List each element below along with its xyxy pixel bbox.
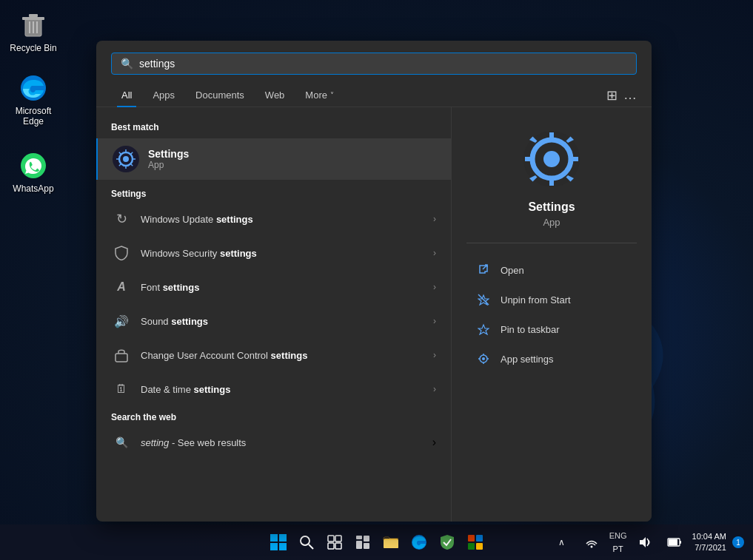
search-input[interactable]: [139, 58, 627, 70]
svg-line-30: [309, 544, 313, 549]
svg-rect-31: [328, 536, 334, 542]
time-display: 10:04 AM: [692, 531, 726, 542]
result-windows-security[interactable]: Windows Security settings ›: [96, 236, 451, 270]
desktop-icon-edge[interactable]: Microsoft Edge: [4, 70, 63, 129]
taskbar-search-button[interactable]: [295, 530, 318, 554]
network-icon[interactable]: [580, 530, 603, 554]
svg-rect-34: [335, 543, 341, 549]
action-pin-taskbar[interactable]: Pin to taskbar: [466, 314, 637, 344]
taskbar-security-button[interactable]: [435, 530, 459, 554]
start-button[interactable]: [267, 530, 290, 554]
svg-point-46: [590, 546, 592, 548]
svg-point-21: [543, 151, 560, 167]
action-unpin-start[interactable]: Unpin from Start: [466, 285, 637, 314]
app-settings-icon: [475, 351, 492, 367]
tab-more[interactable]: More ˅: [295, 84, 344, 107]
task-view-button[interactable]: [323, 530, 347, 554]
action-open-label: Open: [501, 265, 524, 276]
sound-icon: 🔊: [111, 311, 132, 331]
language-code: ENG: [609, 531, 627, 540]
best-match-info: Settings App: [148, 148, 189, 170]
result-uac-settings[interactable]: Change User Account Control settings ›: [96, 338, 451, 372]
result-text: Date & time settings: [141, 384, 433, 395]
result-text: Windows Security settings: [141, 248, 433, 259]
search-bar[interactable]: 🔍: [111, 53, 637, 75]
preview-divider: [466, 243, 637, 243]
result-datetime-settings[interactable]: 🗓 Date & time settings ›: [96, 372, 451, 406]
action-open[interactable]: Open: [466, 255, 637, 285]
search-web-text: setting - See web results: [141, 437, 432, 448]
refresh-icon: ↻: [111, 209, 132, 229]
svg-rect-33: [328, 543, 334, 549]
search-web-icon: 🔍: [111, 432, 132, 453]
svg-rect-45: [476, 543, 483, 550]
result-text: Sound settings: [141, 316, 433, 327]
app-preview-icon: [522, 129, 581, 189]
menu-content: Best match Settings App: [96, 107, 652, 522]
volume-icon[interactable]: [633, 530, 657, 554]
svg-rect-1: [22, 17, 44, 20]
svg-point-24: [482, 357, 485, 360]
whatsapp-icon: [19, 151, 48, 181]
desktop-icon-recycle-bin[interactable]: Recycle Bin: [4, 7, 63, 56]
desktop: Recycle Bin Microsoft Edge WhatsApp: [0, 0, 753, 560]
start-menu: 🔍 All Apps Documents Web More ˅ ⊞ … Best…: [96, 41, 652, 522]
taskbar-edge-button[interactable]: [407, 530, 431, 554]
tab-apps[interactable]: Apps: [142, 84, 185, 107]
best-match-item[interactable]: Settings App: [96, 138, 451, 180]
right-panel: Settings App Open Unpin from Start: [452, 107, 652, 522]
svg-rect-36: [364, 536, 369, 542]
filter-tabs-actions: ⊞ …: [606, 87, 637, 104]
tab-documents[interactable]: Documents: [185, 84, 255, 107]
svg-rect-48: [680, 541, 681, 544]
svg-point-29: [301, 536, 309, 545]
system-tray-expand[interactable]: ∧: [550, 530, 574, 554]
clock-display[interactable]: 10:04 AM 7/7/2021: [692, 531, 726, 554]
chevron-right-icon: ›: [433, 350, 436, 360]
left-panel: Best match Settings App: [96, 107, 452, 522]
more-options-icon[interactable]: …: [623, 87, 637, 103]
chevron-right-icon: ›: [433, 316, 436, 326]
svg-point-17: [123, 156, 129, 162]
app-preview-name: Settings: [528, 200, 575, 214]
svg-rect-2: [29, 14, 38, 17]
result-sound-settings[interactable]: 🔊 Sound settings ›: [96, 304, 451, 338]
app-preview-type: App: [543, 217, 560, 228]
unpin-start-icon: [475, 291, 492, 308]
datetime-icon: 🗓: [111, 379, 132, 399]
result-windows-update[interactable]: ↻ Windows Update settings ›: [96, 202, 451, 236]
notification-badge[interactable]: 1: [732, 536, 744, 548]
action-unpin-label: Unpin from Start: [501, 294, 571, 306]
tab-web[interactable]: Web: [255, 84, 295, 107]
taskbar-office-button[interactable]: [463, 530, 487, 554]
tab-all[interactable]: All: [111, 84, 142, 107]
best-match-label: Best match: [96, 116, 451, 135]
file-explorer-button[interactable]: [379, 530, 403, 554]
result-font-settings[interactable]: A Font settings ›: [96, 270, 451, 304]
chevron-right-icon: ›: [432, 436, 436, 449]
svg-rect-44: [468, 543, 475, 550]
widgets-button[interactable]: [351, 530, 375, 554]
language-indicator[interactable]: ENG PT: [609, 531, 627, 553]
edge-icon: [19, 73, 48, 103]
svg-rect-37: [356, 541, 362, 549]
desktop-icon-whatsapp[interactable]: WhatsApp: [4, 148, 63, 197]
edge-label: Microsoft Edge: [7, 106, 60, 126]
chevron-right-icon: ›: [433, 384, 436, 394]
chevron-right-icon: ›: [433, 282, 436, 292]
taskbar: ∧ ENG PT 10:04 AM 7/7/2021 1: [0, 524, 753, 560]
share-icon[interactable]: ⊞: [606, 87, 618, 104]
action-pin-label: Pin to taskbar: [501, 324, 560, 335]
svg-rect-35: [356, 536, 362, 539]
search-bar-icon: 🔍: [121, 58, 133, 70]
search-web-item[interactable]: 🔍 setting - See web results ›: [96, 425, 451, 459]
result-text: Windows Update settings: [141, 214, 433, 225]
action-app-settings[interactable]: App settings: [466, 344, 637, 374]
open-icon: [475, 262, 492, 278]
battery-icon[interactable]: [663, 530, 686, 554]
action-app-settings-label: App settings: [501, 354, 554, 365]
search-web-label: Search the web: [96, 406, 451, 425]
settings-section-label: Settings: [96, 183, 451, 202]
uac-icon: [111, 345, 132, 365]
taskbar-right: ∧ ENG PT 10:04 AM 7/7/2021 1: [550, 530, 744, 554]
